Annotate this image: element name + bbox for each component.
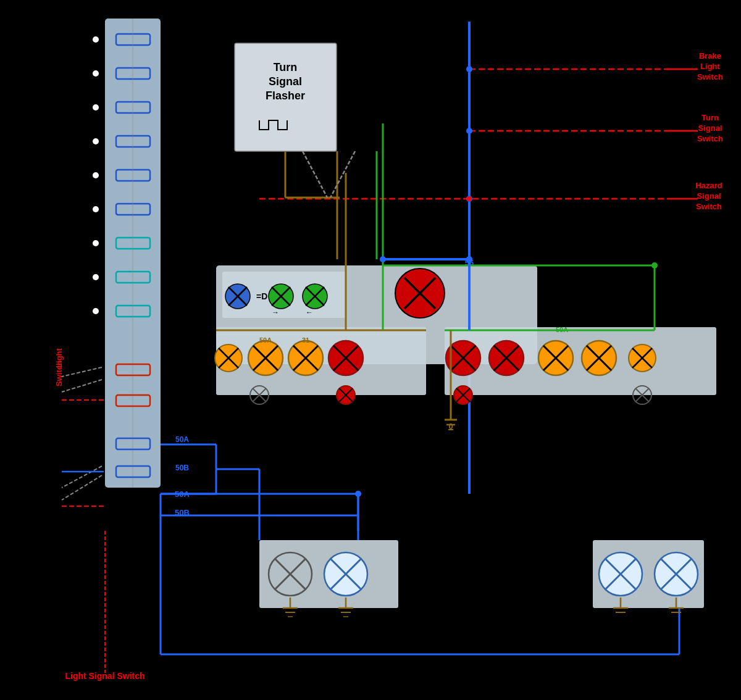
fuse-50b-output-label: 50B (175, 464, 189, 472)
svg-point-16 (93, 36, 99, 43)
hazard-signal-switch-label3: Switch (696, 202, 722, 211)
flasher-label-line3: Flasher (266, 90, 305, 102)
turn-signal-switch-label: Turn (701, 113, 719, 122)
svg-point-21 (93, 206, 99, 212)
svg-point-18 (93, 104, 99, 110)
svg-point-22 (93, 240, 99, 246)
brake-light-switch-label: Brake (699, 51, 721, 60)
turn-signal-switch-label3: Switch (697, 134, 723, 143)
svg-point-157 (466, 256, 472, 262)
eq-d-label: =D (256, 291, 267, 301)
hazard-signal-switch-label: Hazard (695, 181, 722, 190)
flasher-label-line2: Signal (269, 75, 302, 88)
right-arrow-label: ← (306, 308, 313, 317)
svg-point-156 (380, 256, 386, 262)
svg-point-17 (93, 70, 99, 77)
left-arrow-label: → (272, 308, 279, 317)
svg-point-24 (93, 308, 99, 314)
light-switch-label2: Switch (54, 360, 64, 386)
svg-point-158 (651, 262, 658, 269)
svg-point-19 (93, 138, 99, 144)
svg-point-34 (466, 66, 472, 72)
hazard-signal-switch-label2: Signal (697, 191, 721, 201)
fuse-31-label: 31 (302, 336, 309, 344)
svg-point-159 (355, 491, 361, 497)
fuse-50a-output-label: 50A (175, 435, 189, 444)
flasher-label-line1: Turn (274, 61, 298, 73)
svg-point-23 (93, 274, 99, 280)
fuse-50a-cluster-label: 50A (259, 336, 272, 344)
brake-light-switch-label2: Light (700, 62, 720, 71)
svg-point-154 (467, 196, 472, 201)
svg-point-155 (467, 128, 472, 133)
brake-light-switch-label3: Switch (697, 72, 723, 81)
svg-rect-65 (445, 327, 716, 395)
turn-signal-switch-label2: Signal (698, 123, 722, 133)
svg-point-20 (93, 172, 99, 178)
